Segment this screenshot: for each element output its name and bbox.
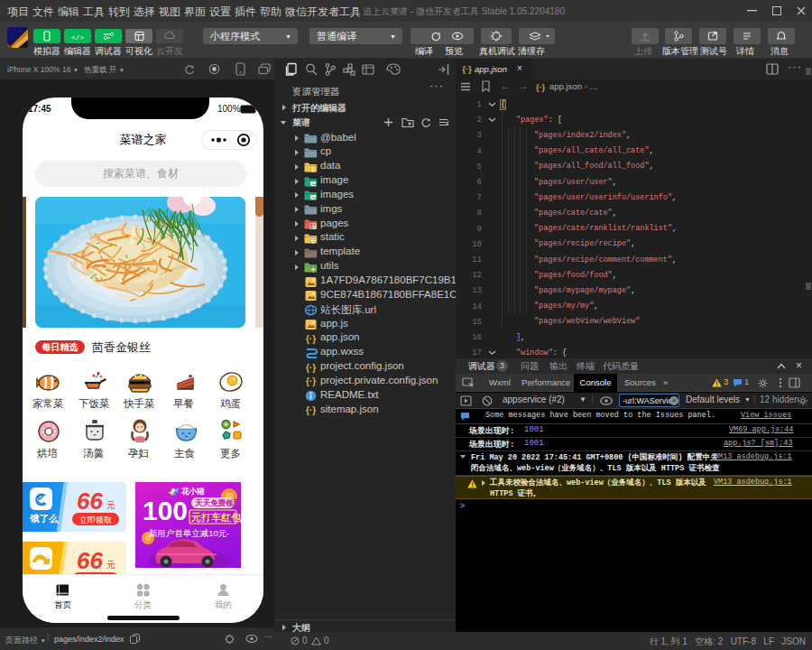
svg-text:-新用户首单立减10元-: -新用户首单立减10元- <box>146 528 230 538</box>
svg-text:天天免费领取: 天天免费领取 <box>194 498 241 507</box>
svg-text:</>: </> <box>71 33 85 42</box>
svg-text:立即领取: 立即领取 <box>79 515 112 525</box>
svg-text:{·}: {·} <box>306 405 316 415</box>
svg-text:66: 66 <box>77 547 103 574</box>
svg-text:66: 66 <box>77 488 103 515</box>
svg-text:花小猪: 花小猪 <box>180 487 205 496</box>
svg-text:{·}: {·} <box>306 334 316 344</box>
svg-text:{·}: {·} <box>536 83 545 92</box>
svg-text:{·}: {·} <box>306 376 316 386</box>
svg-text:元打车红包: 元打车红包 <box>190 512 241 523</box>
svg-text:饿了么: 饿了么 <box>29 513 59 524</box>
svg-text:{·}: {·} <box>306 363 316 373</box>
svg-text:元: 元 <box>106 500 115 510</box>
svg-text:{·}: {·} <box>462 64 472 74</box>
svg-text:100: 100 <box>143 496 188 525</box>
svg-text:元: 元 <box>106 560 115 570</box>
